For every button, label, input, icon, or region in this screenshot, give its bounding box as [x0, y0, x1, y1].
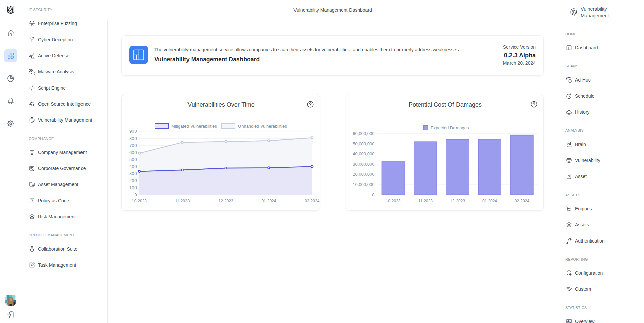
svg-text:12-2023: 12-2023: [219, 199, 233, 203]
svg-text:01-2024: 01-2024: [261, 199, 276, 203]
svg-text:500: 500: [129, 157, 137, 162]
svg-text:10-2023: 10-2023: [132, 199, 147, 203]
svg-text:10,000,000: 10,000,000: [353, 182, 374, 187]
svg-text:Expected Damages: Expected Damages: [431, 125, 469, 130]
svg-text:0: 0: [135, 192, 137, 197]
svg-text:02-2024: 02-2024: [305, 199, 319, 203]
svg-text:60,000,000: 60,000,000: [353, 131, 374, 136]
svg-text:50,000,000: 50,000,000: [353, 141, 374, 146]
svg-text:600: 600: [129, 150, 137, 155]
svg-text:01-2024: 01-2024: [482, 199, 497, 203]
svg-text:02-2024: 02-2024: [515, 199, 529, 203]
svg-text:800: 800: [129, 136, 137, 141]
svg-text:0: 0: [372, 192, 374, 197]
svg-text:200: 200: [129, 178, 137, 183]
svg-text:400: 400: [129, 164, 137, 169]
svg-text:12-2023: 12-2023: [450, 199, 465, 203]
svg-text:700: 700: [129, 143, 137, 148]
svg-text:900: 900: [129, 129, 137, 134]
svg-text:300: 300: [129, 171, 137, 176]
svg-text:11-2023: 11-2023: [418, 199, 433, 203]
svg-text:10-2023: 10-2023: [386, 199, 400, 203]
svg-text:40,000,000: 40,000,000: [353, 151, 374, 156]
svg-text:Unhandled Vulnerabilities: Unhandled Vulnerabilities: [238, 124, 287, 129]
svg-text:100: 100: [129, 185, 137, 190]
svg-text:20,000,000: 20,000,000: [353, 172, 374, 177]
svg-text:Mitigated Vulnerabilities: Mitigated Vulnerabilities: [171, 124, 217, 129]
svg-text:11-2023: 11-2023: [175, 199, 190, 203]
svg-text:30,000,000: 30,000,000: [353, 162, 374, 167]
